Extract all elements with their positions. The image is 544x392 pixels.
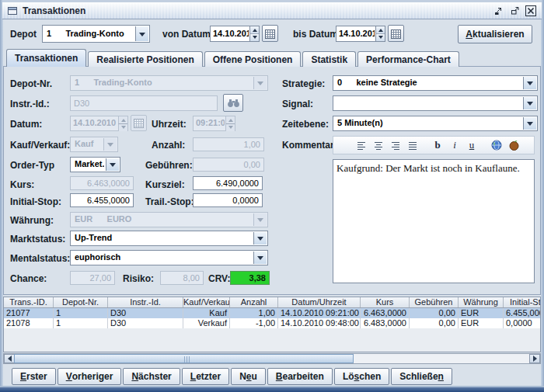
von-datum-spinner[interactable]: 14.10.2010 <box>210 26 260 42</box>
schliessen-button[interactable]: Schließen <box>391 368 452 385</box>
bearbeiten-button[interactable]: Bearbeiten <box>267 368 333 385</box>
arrow-left-icon[interactable] <box>4 354 15 363</box>
column-header[interactable]: Depot-Nr. <box>54 297 108 307</box>
chevron-down-icon[interactable] <box>523 97 536 109</box>
bold-icon[interactable]: b <box>430 138 445 152</box>
chevron-down-icon[interactable] <box>135 26 148 41</box>
cell-trans-id[interactable]: 21077 <box>4 308 54 318</box>
cell-instr-id[interactable]: D30 <box>108 308 183 318</box>
von-datum-calendar-button[interactable] <box>262 25 278 42</box>
bis-datum-spinner[interactable]: 14.10.2010 <box>336 26 385 42</box>
column-header[interactable]: Gebühren <box>410 297 459 307</box>
order-typ-select[interactable]: Market... <box>70 157 120 172</box>
cell-waehrung[interactable]: EUR <box>459 318 504 328</box>
table-row[interactable]: 21078 1 D30 Verkauf -1,00 14.10.2010 09:… <box>4 318 541 328</box>
cell-instr-id[interactable]: D30 <box>108 318 183 328</box>
column-header[interactable]: Kurs <box>361 297 410 307</box>
erster-button[interactable]: Erster <box>12 368 56 385</box>
scrollbar-thumb[interactable] <box>14 354 354 363</box>
letzter-button[interactable]: Letzter <box>182 368 229 385</box>
align-right-icon[interactable] <box>388 138 403 152</box>
arrow-right-icon[interactable] <box>529 354 540 363</box>
chevron-down-icon[interactable] <box>253 232 267 245</box>
naechster-button[interactable]: Nächster <box>123 368 180 385</box>
mentalstatus-select[interactable]: euphorisch <box>70 250 268 265</box>
chevron-down-icon[interactable] <box>523 77 536 89</box>
kursziel-field[interactable]: 6.490,0000 <box>193 176 263 190</box>
spinner-up-icon[interactable] <box>375 26 385 33</box>
loeschen-button[interactable]: Löschen <box>334 368 389 385</box>
cell-kauf-verkauf[interactable]: Verkauf <box>183 318 230 328</box>
signal-select[interactable] <box>333 95 538 111</box>
column-header[interactable]: Initial-Stop <box>504 297 541 307</box>
crv-value: 3,38 <box>230 271 270 285</box>
cell-gebuehren[interactable]: 0,00 <box>410 308 459 318</box>
strategie-select[interactable]: 0 keine Strategie <box>333 75 538 91</box>
instrument-search-button[interactable] <box>223 94 243 112</box>
cell-kurs[interactable]: 6.463,0000 <box>361 308 410 318</box>
close-icon[interactable] <box>525 5 537 17</box>
cell-gebuehren[interactable]: 0,00 <box>410 318 459 328</box>
align-left-icon[interactable] <box>354 138 369 152</box>
spinner-down-icon[interactable] <box>375 33 385 41</box>
spinner-down-icon[interactable] <box>249 33 259 41</box>
kommentar-textarea[interactable]: Kaufgrund: Der Markt ist noch in Kauflau… <box>333 159 535 283</box>
instr-id-field: D30 <box>70 95 218 111</box>
column-header[interactable]: Währung <box>459 297 504 307</box>
cell-datum-uhrzeit[interactable]: 14.10.2010 09:48:00 <box>278 318 361 328</box>
tab-transaktionen[interactable]: Transaktionen <box>6 49 86 67</box>
initial-stop-field[interactable]: 6.455,0000 <box>70 193 134 207</box>
maximize-icon[interactable] <box>508 5 521 17</box>
table-horizontal-scrollbar[interactable] <box>3 353 541 364</box>
chevron-down-icon[interactable] <box>253 252 267 264</box>
cell-datum-uhrzeit[interactable]: 14.10.2010 09:21:00 <box>278 308 361 318</box>
column-header[interactable]: Trans.-ID. <box>4 297 54 307</box>
align-center-icon[interactable] <box>371 138 386 152</box>
insert-image-icon[interactable] <box>506 138 521 152</box>
trail-stop-field[interactable]: 0,0000 <box>193 193 263 207</box>
chevron-down-icon[interactable] <box>106 158 119 171</box>
table-header-row: Trans.-ID. Depot-Nr. Instr.-Id. Kauf/Ver… <box>4 297 541 308</box>
neu-button[interactable]: Neu <box>231 368 266 385</box>
cell-initial-stop[interactable]: 0,0000 <box>504 318 541 328</box>
cell-anzahl[interactable]: -1,00 <box>230 318 278 328</box>
cell-anzahl[interactable]: 1,00 <box>230 308 278 318</box>
underline-icon[interactable]: u <box>464 138 479 152</box>
chevron-down-icon[interactable] <box>523 117 536 130</box>
tab-realisierte-positionen[interactable]: Realisierte Positionen <box>88 51 202 67</box>
cell-waehrung[interactable]: EUR <box>459 308 504 318</box>
title-bar[interactable]: Transaktionen <box>2 2 542 19</box>
calendar-icon <box>134 118 144 128</box>
table-row-selected[interactable]: 21077 1 D30 Kauf 1,00 14.10.2010 09:21:0… <box>4 308 541 318</box>
depot-select-value: 1 Trading-Konto <box>47 29 134 38</box>
navigation-button-bar: Erster Vorheriger Nächster Letzter Neu B… <box>12 368 452 385</box>
italic-icon[interactable]: i <box>447 138 462 152</box>
tab-statistik[interactable]: Statistik <box>302 51 356 67</box>
strategie-label: Strategie: <box>282 78 325 89</box>
align-justify-icon[interactable] <box>405 138 420 152</box>
cell-trans-id[interactable]: 21078 <box>4 318 54 328</box>
cell-depot-nr[interactable]: 1 <box>54 318 108 328</box>
aktualisieren-button[interactable]: Aktualisieren <box>458 25 532 43</box>
datum-label: Datum: <box>10 119 42 130</box>
tab-performance-chart[interactable]: Performance-Chart <box>357 51 459 67</box>
bis-datum-calendar-button[interactable] <box>388 25 404 42</box>
vorheriger-button[interactable]: Vorheriger <box>58 368 122 385</box>
cell-kauf-verkauf[interactable]: Kauf <box>183 308 230 318</box>
minimize-icon[interactable] <box>492 5 504 17</box>
cell-depot-nr[interactable]: 1 <box>54 308 108 318</box>
spinner-up-icon[interactable] <box>249 26 259 33</box>
column-header[interactable]: Anzahl <box>230 297 278 307</box>
zeitebene-select[interactable]: 5 Minute(n) <box>333 116 538 131</box>
cell-initial-stop[interactable]: 6.455,0000 <box>504 308 541 318</box>
globe-icon[interactable] <box>489 138 504 152</box>
column-header[interactable]: Datum/Uhrzeit <box>278 297 361 307</box>
depot-select[interactable]: 1 Trading-Konto <box>42 25 150 43</box>
column-header[interactable]: Instr.-Id. <box>108 297 183 307</box>
trail-stop-label: Trail.-Stop: <box>145 196 194 207</box>
kommentar-label: Kommentar: <box>282 140 337 151</box>
marktstatus-select[interactable]: Up-Trend <box>70 231 268 246</box>
cell-kurs[interactable]: 6.483,0000 <box>361 318 410 328</box>
tab-offene-positionen[interactable]: Offene Positionen <box>204 51 302 67</box>
column-header[interactable]: Kauf/Verkauf <box>183 297 230 307</box>
